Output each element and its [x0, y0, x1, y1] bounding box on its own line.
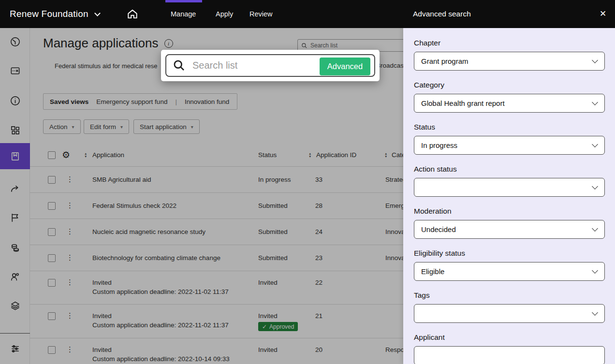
field-chapter: Chapter Grant program	[414, 39, 605, 71]
tags-select[interactable]	[414, 304, 605, 323]
search-icon	[173, 59, 186, 72]
field-label: Status	[414, 123, 605, 131]
field-label: Chapter	[414, 39, 605, 47]
advanced-search-button[interactable]: Advanced	[320, 58, 370, 75]
field-label: Tags	[414, 291, 605, 300]
tab-review[interactable]: Review	[249, 0, 273, 28]
field-moderation: Moderation Undecided	[414, 207, 605, 239]
chevron-down-icon	[592, 141, 598, 147]
moderation-select[interactable]: Undecided	[414, 220, 605, 239]
chevron-down-icon	[592, 57, 598, 63]
chapter-select[interactable]: Grant program	[414, 52, 605, 71]
app-root: Renew Foundation Manage Apply Review Adv…	[0, 0, 615, 364]
home-icon	[126, 8, 139, 20]
advanced-search-panel: Chapter Grant program Category Global He…	[403, 28, 615, 364]
applicant-input[interactable]	[414, 346, 605, 364]
chevron-down-icon	[592, 267, 598, 274]
field-label: Action status	[414, 165, 605, 174]
field-label: Applicant	[414, 333, 605, 342]
search-placeholder: Search list	[192, 60, 237, 71]
field-category: Category Global Health grant report	[414, 81, 605, 113]
action-status-select[interactable]	[414, 178, 605, 197]
field-applicant: Applicant	[414, 333, 605, 364]
chevron-down-icon	[592, 183, 598, 189]
home-button[interactable]	[126, 8, 139, 20]
org-name: Renew Foundation	[10, 9, 88, 19]
chevron-down-icon	[94, 10, 101, 16]
status-select[interactable]: In progress	[414, 136, 605, 155]
field-status: Status In progress	[414, 123, 605, 155]
eligibility-status-select[interactable]: Eligible	[414, 262, 605, 281]
field-tags: Tags	[414, 291, 605, 323]
field-label: Eligibility status	[414, 249, 605, 258]
tab-apply[interactable]: Apply	[216, 0, 233, 28]
chevron-down-icon	[592, 225, 598, 232]
advanced-search-title: Advanced search	[413, 0, 471, 28]
search-spotlight-popup: Search list Advanced	[161, 50, 380, 81]
field-label: Moderation	[414, 207, 605, 216]
category-select[interactable]: Global Health grant report	[414, 94, 605, 113]
org-switcher[interactable]: Renew Foundation	[10, 0, 100, 28]
close-panel-button[interactable]: ✕	[596, 6, 610, 21]
chevron-down-icon	[592, 309, 598, 316]
close-icon: ✕	[600, 9, 606, 19]
top-navigation-bar: Renew Foundation Manage Apply Review Adv…	[0, 0, 615, 28]
field-label: Category	[414, 81, 605, 89]
search-input[interactable]: Search list Advanced	[165, 54, 375, 77]
field-action-status: Action status	[414, 165, 605, 197]
field-eligibility-status: Eligibility status Eligible	[414, 249, 605, 281]
tab-manage[interactable]: Manage	[171, 0, 196, 28]
chevron-down-icon	[592, 99, 598, 105]
